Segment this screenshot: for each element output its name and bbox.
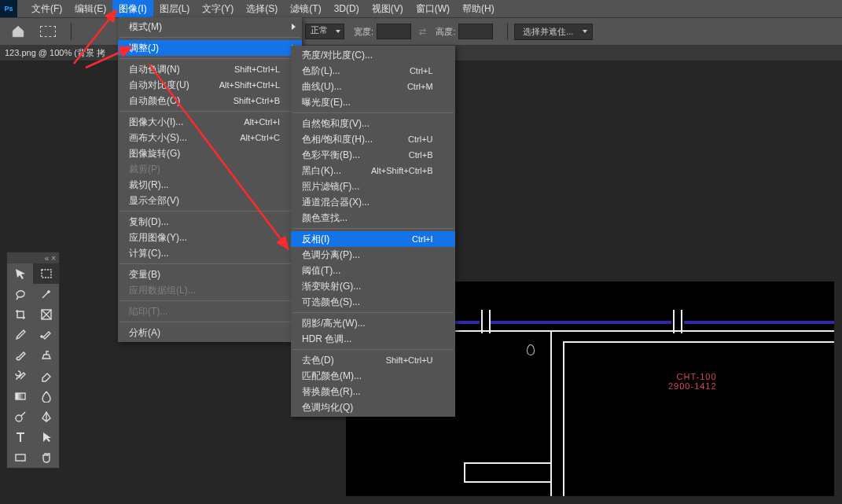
menu-图层l[interactable]: 图层(L) bbox=[153, 0, 197, 17]
adjust-menu-item-3[interactable]: 曝光度(E)... bbox=[291, 94, 455, 110]
height-field[interactable] bbox=[458, 24, 493, 39]
image-menu-dropdown: 模式(M)调整(J)自动色调(N)Shift+Ctrl+L自动对比度(U)Alt… bbox=[118, 17, 302, 342]
image-menu-item-10[interactable]: 图像旋转(G) bbox=[118, 145, 302, 161]
tools-panel: « × bbox=[6, 252, 60, 469]
image-menu-item-16[interactable]: 应用图像(Y)... bbox=[118, 230, 302, 245]
crop-tool[interactable] bbox=[7, 304, 33, 325]
path-select-tool[interactable] bbox=[33, 427, 59, 447]
image-menu-item-19[interactable]: 变量(B) bbox=[118, 267, 302, 282]
image-menu-item-11: 裁剪(P) bbox=[118, 161, 302, 177]
submenu-arrow-icon bbox=[292, 24, 296, 30]
swap-icon[interactable]: ⇄ bbox=[419, 27, 426, 37]
image-menu-item-24[interactable]: 分析(A) bbox=[118, 325, 302, 340]
adjust-menu-item-17[interactable]: 可选颜色(S)... bbox=[291, 294, 455, 310]
width-field[interactable] bbox=[377, 24, 411, 39]
lasso-tool[interactable] bbox=[7, 284, 33, 304]
svg-rect-4 bbox=[16, 454, 25, 461]
frame-tool[interactable] bbox=[33, 304, 59, 325]
app-icon: Ps bbox=[0, 0, 17, 17]
adjust-menu-item-5[interactable]: 自然饱和度(V)... bbox=[291, 116, 455, 131]
adjust-menu-item-20[interactable]: HDR 色调... bbox=[291, 331, 455, 347]
menubar: Ps 文件(F)编辑(E)图像(I)图层(L)文字(Y)选择(S)滤镜(T)3D… bbox=[0, 0, 842, 17]
eyedropper-tool[interactable] bbox=[7, 325, 33, 345]
svg-rect-0 bbox=[42, 270, 51, 278]
adjust-menu-item-23[interactable]: 匹配颜色(M)... bbox=[291, 368, 455, 384]
move-tool[interactable] bbox=[7, 263, 33, 284]
tools-panel-header[interactable]: « × bbox=[7, 252, 59, 263]
width-label: 宽度: bbox=[354, 26, 373, 38]
image-menu-item-12[interactable]: 裁切(R)... bbox=[118, 177, 302, 193]
adjustments-submenu: 亮度/对比度(C)...色阶(L)...Ctrl+L曲线(U)...Ctrl+M… bbox=[291, 46, 455, 417]
style-select[interactable]: 正常 bbox=[305, 24, 344, 39]
adjust-menu-item-1[interactable]: 色阶(L)...Ctrl+L bbox=[291, 63, 455, 79]
hand-tool[interactable] bbox=[33, 447, 59, 468]
adjust-menu-item-10[interactable]: 通道混合器(X)... bbox=[291, 194, 455, 210]
image-menu-item-13[interactable]: 显示全部(V) bbox=[118, 193, 302, 208]
type-tool[interactable] bbox=[7, 427, 33, 447]
select-and-mask-button[interactable]: 选择并遮住... bbox=[514, 24, 593, 40]
adjust-menu-item-8[interactable]: 黑白(K)...Alt+Shift+Ctrl+B bbox=[291, 163, 455, 178]
adjust-menu-item-14[interactable]: 色调分离(P)... bbox=[291, 247, 455, 263]
image-menu-item-17[interactable]: 计算(C)... bbox=[118, 245, 302, 261]
menu-帮助h[interactable]: 帮助(H) bbox=[456, 0, 501, 17]
image-menu-item-4[interactable]: 自动色调(N)Shift+Ctrl+L bbox=[118, 61, 302, 77]
menu-3dd[interactable]: 3D(D) bbox=[328, 0, 366, 17]
dodge-tool[interactable] bbox=[7, 407, 33, 427]
image-menu-item-9[interactable]: 画布大小(S)...Alt+Ctrl+C bbox=[118, 130, 302, 145]
image-menu-item-20: 应用数据组(L)... bbox=[118, 282, 302, 298]
adjust-menu-item-2[interactable]: 曲线(U)...Ctrl+M bbox=[291, 79, 455, 94]
adjust-menu-item-7[interactable]: 色彩平衡(B)...Ctrl+B bbox=[291, 147, 455, 163]
menu-窗口w[interactable]: 窗口(W) bbox=[410, 0, 456, 17]
tool-preset-icon[interactable] bbox=[35, 20, 61, 42]
adjust-menu-item-15[interactable]: 阈值(T)... bbox=[291, 263, 455, 278]
menu-文字y[interactable]: 文字(Y) bbox=[196, 0, 240, 17]
document-tab[interactable]: 123.png @ 100% (背景 拷 bbox=[5, 47, 105, 59]
home-button[interactable] bbox=[5, 20, 31, 42]
image-menu-item-2[interactable]: 调整(J) bbox=[118, 40, 302, 56]
eraser-tool[interactable] bbox=[33, 366, 59, 386]
menu-视图v[interactable]: 视图(V) bbox=[366, 0, 410, 17]
image-menu-item-0[interactable]: 模式(M) bbox=[118, 19, 302, 35]
menu-选择s[interactable]: 选择(S) bbox=[240, 0, 284, 17]
adjust-menu-item-25[interactable]: 色调均化(Q) bbox=[291, 399, 455, 415]
adjust-menu-item-11[interactable]: 颜色查找... bbox=[291, 210, 455, 226]
image-menu-item-6[interactable]: 自动颜色(O)Shift+Ctrl+B bbox=[118, 93, 302, 109]
magic-wand-tool[interactable] bbox=[33, 284, 59, 304]
adjust-menu-item-24[interactable]: 替换颜色(R)... bbox=[291, 384, 455, 399]
rect-marquee-tool[interactable] bbox=[33, 263, 59, 284]
blur-tool[interactable] bbox=[33, 386, 59, 407]
svg-rect-2 bbox=[16, 393, 25, 399]
image-menu-item-5[interactable]: 自动对比度(U)Alt+Shift+Ctrl+L bbox=[118, 77, 302, 93]
image-menu-item-22: 陷印(T)... bbox=[118, 304, 302, 319]
gradient-tool[interactable] bbox=[7, 386, 33, 407]
clone-stamp-tool[interactable] bbox=[33, 345, 59, 366]
svg-point-3 bbox=[16, 415, 22, 421]
image-menu-item-15[interactable]: 复制(D)... bbox=[118, 214, 302, 230]
adjust-menu-item-19[interactable]: 阴影/高光(W)... bbox=[291, 315, 455, 331]
menu-图像i[interactable]: 图像(I) bbox=[112, 0, 153, 17]
height-label: 高度: bbox=[436, 26, 455, 38]
adjust-menu-item-0[interactable]: 亮度/对比度(C)... bbox=[291, 47, 455, 63]
pen-tool[interactable] bbox=[33, 407, 59, 427]
adjust-menu-item-16[interactable]: 渐变映射(G)... bbox=[291, 278, 455, 294]
brush-tool[interactable] bbox=[7, 345, 33, 366]
adjust-menu-item-6[interactable]: 色相/饱和度(H)...Ctrl+U bbox=[291, 131, 455, 147]
menu-编辑e[interactable]: 编辑(E) bbox=[68, 0, 112, 17]
menu-文件f[interactable]: 文件(F) bbox=[25, 0, 68, 17]
adjust-menu-item-13[interactable]: 反相(I)Ctrl+I bbox=[291, 231, 455, 247]
adjust-menu-item-22[interactable]: 去色(D)Shift+Ctrl+U bbox=[291, 352, 455, 368]
healing-brush-tool[interactable] bbox=[33, 325, 59, 345]
adjust-menu-item-9[interactable]: 照片滤镜(F)... bbox=[291, 178, 455, 194]
rectangle-tool[interactable] bbox=[7, 447, 33, 468]
cad-annotation: CHT-100 2900-1412 bbox=[668, 372, 717, 391]
image-menu-item-8[interactable]: 图像大小(I)...Alt+Ctrl+I bbox=[118, 114, 302, 130]
history-brush-tool[interactable] bbox=[7, 366, 33, 386]
menu-滤镜t[interactable]: 滤镜(T) bbox=[284, 0, 327, 17]
